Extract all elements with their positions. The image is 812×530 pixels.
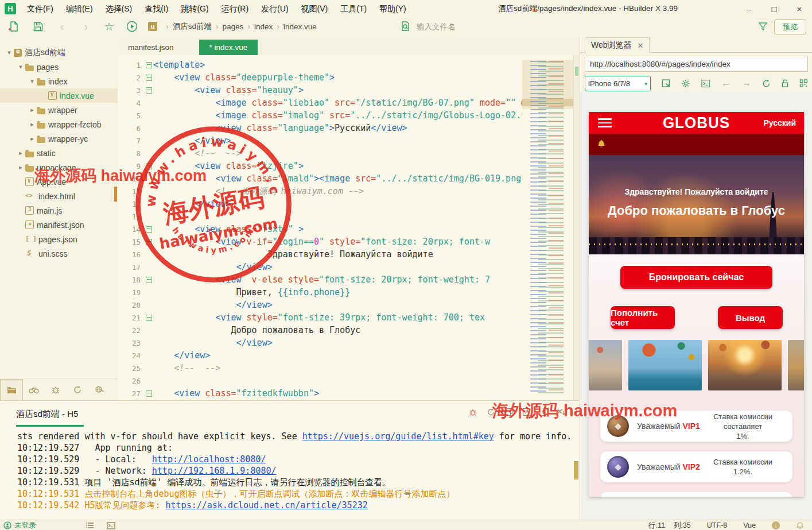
vip-card-2[interactable]: ◆Уважаемый VIP2Ставка комиссии1.2%. xyxy=(600,451,792,482)
console-terminal-icon[interactable] xyxy=(701,79,710,88)
editor-tab-manifest.json[interactable]: manifest.json xyxy=(118,40,184,55)
editor-tab-index.vue[interactable]: * index.vue xyxy=(199,40,258,55)
update-download-icon[interactable]: ↓ xyxy=(772,521,780,529)
menu-item-2[interactable]: 选择(S) xyxy=(99,0,139,17)
breadcrumb-project[interactable]: 酒店sd前端 xyxy=(173,21,212,32)
line-number[interactable]: 6 xyxy=(118,124,144,133)
line-number[interactable]: 13 xyxy=(118,212,144,221)
tree-item-wrapper[interactable]: ▸wrapper xyxy=(0,103,118,117)
open-external-icon[interactable] xyxy=(662,79,670,88)
clear-console-icon[interactable] xyxy=(557,408,566,416)
editor-scrollbar-thumb[interactable] xyxy=(575,67,578,76)
tab-search[interactable] xyxy=(23,380,45,400)
tree-chevron-icon[interactable]: ▸ xyxy=(16,149,25,157)
console-link[interactable]: https://vuejs.org/guide/list.html#key xyxy=(302,431,494,442)
code-line-22[interactable]: 22 Добро пожаловать в Глобус xyxy=(118,324,522,336)
withdraw-button[interactable]: Вывод xyxy=(718,306,783,329)
tree-chevron-icon[interactable]: ▸ xyxy=(28,106,37,114)
breadcrumb-file[interactable]: index.vue xyxy=(283,22,317,31)
line-number[interactable]: 21 xyxy=(118,314,144,322)
tree-item-static[interactable]: ▸static xyxy=(0,146,118,160)
tree-item-uni.scss[interactable]: uni.scss xyxy=(0,246,118,261)
close-button[interactable]: × xyxy=(787,0,812,17)
tree-item-index[interactable]: ▾index xyxy=(0,74,118,88)
bell-icon[interactable] xyxy=(597,140,606,149)
code-line-3[interactable]: 3 <view class="heauuy"> xyxy=(118,84,522,96)
code-line-20[interactable]: 20 </view> xyxy=(118,299,522,311)
tree-chevron-icon[interactable]: ▸ xyxy=(16,164,25,171)
code-line-9[interactable]: 9 <view class="tzjjre"> xyxy=(118,160,522,172)
code-line-11[interactable]: 11 <!-- 海外源码 haiwaiym.com --> xyxy=(118,185,522,198)
code-line-5[interactable]: 5 <image class="imalog" src="../../stati… xyxy=(118,109,522,122)
fold-marker-icon[interactable] xyxy=(144,277,153,283)
filter-button[interactable] xyxy=(756,20,770,33)
maximize-button[interactable]: □ xyxy=(762,0,787,17)
file-search-input[interactable] xyxy=(415,22,753,32)
code-line-8[interactable]: 8 <!-- --> xyxy=(118,147,522,160)
line-number[interactable]: 17 xyxy=(118,263,144,272)
tree-item-wrapper-fzctob[interactable]: ▸wrapper-fzctob xyxy=(0,117,118,131)
console-scrollbar-thumb[interactable] xyxy=(574,461,578,479)
save-button[interactable] xyxy=(31,20,45,33)
book-now-button[interactable]: Бронировать сейчас xyxy=(620,266,772,289)
menu-item-0[interactable]: 文件(F) xyxy=(21,0,60,17)
code-line-25[interactable]: 25 <!-- --> xyxy=(118,362,522,374)
code-line-14[interactable]: 14 <view class="fsxto" > xyxy=(118,223,522,235)
fold-marker-icon[interactable] xyxy=(144,87,153,94)
tab-remote[interactable] xyxy=(88,380,110,400)
code-line-16[interactable]: 16 Здравствуйте! Пожалуйста войдите xyxy=(118,248,522,261)
console-link[interactable]: https://ask.dcloud.net.cn/article/35232 xyxy=(166,500,368,510)
encoding-indicator[interactable]: UTF-8 xyxy=(707,521,727,529)
tree-chevron-icon[interactable]: ▸ xyxy=(28,121,37,128)
tree-chevron-icon[interactable]: ▸ xyxy=(28,135,37,142)
topup-button[interactable]: Пополнить счет xyxy=(611,306,675,329)
fold-marker-icon[interactable] xyxy=(144,226,153,233)
close-icon[interactable]: ✕ xyxy=(638,41,644,50)
menu-item-8[interactable]: 工具(T) xyxy=(334,0,373,17)
menu-item-3[interactable]: 查找(I) xyxy=(138,0,174,17)
line-number[interactable]: 5 xyxy=(118,111,144,120)
line-number[interactable]: 8 xyxy=(118,149,144,158)
minimize-button[interactable]: – xyxy=(736,0,762,17)
line-number[interactable]: 23 xyxy=(118,339,144,347)
menu-item-6[interactable]: 发行(U) xyxy=(255,0,294,17)
fold-marker-icon[interactable] xyxy=(144,390,153,397)
tree-chevron-icon[interactable]: ▾ xyxy=(16,63,25,71)
tree-item-index.vue[interactable]: index.vue xyxy=(0,88,118,103)
tree-item-pages[interactable]: ▾pages xyxy=(0,60,118,74)
menu-item-1[interactable]: 编辑(E) xyxy=(60,0,99,17)
menu-item-9[interactable]: 帮助(Y) xyxy=(373,0,413,17)
tab-refresh[interactable] xyxy=(67,380,88,400)
refresh-icon[interactable] xyxy=(762,79,771,88)
export-icon[interactable] xyxy=(522,408,531,416)
browser-back-icon[interactable]: ← xyxy=(721,78,731,89)
terminal-icon[interactable] xyxy=(107,522,115,529)
bookmark-button[interactable]: ☆ xyxy=(102,20,116,33)
line-number[interactable]: 3 xyxy=(118,86,144,95)
tree-item-manifest.json[interactable]: manifest.json xyxy=(0,218,118,232)
fold-marker-icon[interactable] xyxy=(144,239,153,245)
breadcrumb-pages[interactable]: pages xyxy=(223,22,244,31)
code-line-10[interactable]: 10 <view class="imald"><image src="../..… xyxy=(118,172,522,185)
url-bar[interactable]: http://localhost:8080/#/pages/index/inde… xyxy=(585,56,808,72)
login-status[interactable]: 未登录 xyxy=(3,521,36,530)
lock-icon[interactable] xyxy=(782,79,788,88)
nav-forward-button[interactable]: › xyxy=(79,20,93,33)
line-number[interactable]: 11 xyxy=(118,187,144,196)
debug-bug-icon[interactable] xyxy=(468,408,477,416)
code-line-12[interactable]: 12 </view> xyxy=(118,198,522,210)
line-number[interactable]: 20 xyxy=(118,301,144,310)
notification-bell-icon[interactable] xyxy=(796,521,804,530)
editor-scrollbar[interactable] xyxy=(573,55,580,400)
fold-marker-icon[interactable] xyxy=(144,163,153,169)
tree-item-main.js[interactable]: main.js xyxy=(0,203,118,218)
code-line-18[interactable]: 18 <view v-else style="font-size: 20rpx;… xyxy=(118,273,522,286)
line-number[interactable]: 26 xyxy=(118,377,144,385)
qr-code-icon[interactable] xyxy=(799,79,808,88)
line-number[interactable]: 22 xyxy=(118,326,144,335)
code-line-21[interactable]: 21 <view style="font-size: 39rpx; font-w… xyxy=(118,311,522,324)
carousel-slide[interactable] xyxy=(589,340,622,390)
fold-marker-icon[interactable] xyxy=(144,75,153,81)
line-number[interactable]: 14 xyxy=(118,225,144,234)
settings-gear-icon[interactable] xyxy=(681,79,690,88)
